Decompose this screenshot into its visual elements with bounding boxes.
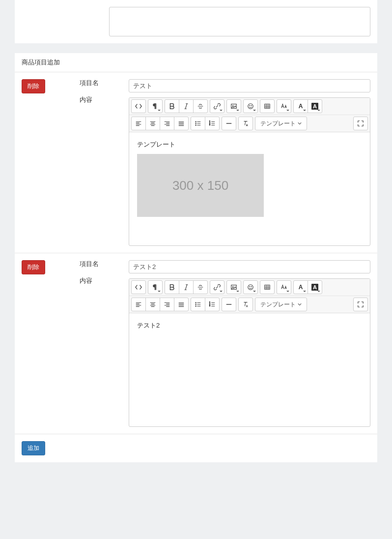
svg-point-18 xyxy=(196,302,196,303)
content-text: テスト2 xyxy=(137,321,362,330)
table-icon[interactable] xyxy=(260,280,275,294)
svg-point-13 xyxy=(232,286,233,287)
item-name-input[interactable] xyxy=(129,79,370,92)
rich-text-editor: A A 123 xyxy=(129,97,370,246)
delete-button[interactable]: 削除 xyxy=(22,260,45,274)
editor-toolbar-row-2: 123 テンプレート xyxy=(129,115,370,132)
clear-format-icon[interactable] xyxy=(238,117,253,130)
background-color-icon[interactable]: A xyxy=(308,99,322,113)
align-left-icon[interactable] xyxy=(131,298,146,311)
editor-content-area[interactable]: テスト2 xyxy=(129,313,370,426)
strikethrough-icon[interactable] xyxy=(193,280,208,294)
editor-toolbar-row-2: 123 テンプレート xyxy=(129,296,370,313)
template-dropdown-label: テンプレート xyxy=(260,120,296,128)
add-button[interactable]: 追加 xyxy=(22,441,45,455)
previous-panel-fragment xyxy=(15,0,377,43)
svg-point-7 xyxy=(196,123,196,124)
table-icon[interactable] xyxy=(260,99,275,113)
item-row: 削除 項目名 内容 xyxy=(15,72,377,253)
paragraph-icon[interactable] xyxy=(148,99,163,113)
label-item-name: 項目名 xyxy=(80,79,129,87)
align-justify-icon[interactable] xyxy=(174,298,189,311)
product-item-add-panel: 商品項目追加 削除 項目名 内容 xyxy=(15,53,377,462)
svg-point-15 xyxy=(250,286,250,287)
italic-icon[interactable] xyxy=(179,280,194,294)
placeholder-image-text: 300 x 150 xyxy=(172,178,228,193)
item-name-input[interactable] xyxy=(129,260,370,273)
svg-point-19 xyxy=(196,304,196,305)
svg-point-16 xyxy=(251,286,252,287)
editor-content-area[interactable]: テンプレート 300 x 150 xyxy=(129,132,370,245)
template-dropdown[interactable]: テンプレート xyxy=(255,298,307,311)
fullscreen-icon[interactable] xyxy=(353,298,368,311)
item-row: 削除 項目名 内容 xyxy=(15,253,377,434)
ordered-list-icon[interactable]: 123 xyxy=(205,117,220,130)
svg-point-20 xyxy=(196,306,196,307)
svg-point-6 xyxy=(196,121,196,122)
editor-toolbar-row-1: A A xyxy=(129,279,370,296)
align-right-icon[interactable] xyxy=(160,117,174,130)
svg-text:3: 3 xyxy=(209,124,210,126)
font-size-icon[interactable] xyxy=(277,280,291,294)
svg-text:3: 3 xyxy=(209,305,210,307)
align-center-icon[interactable] xyxy=(145,298,160,311)
textarea-placeholder[interactable] xyxy=(109,7,370,36)
rich-text-editor: A A 123 xyxy=(129,278,370,427)
link-icon[interactable] xyxy=(210,99,224,113)
align-center-icon[interactable] xyxy=(145,117,160,130)
image-icon[interactable] xyxy=(226,99,241,113)
unordered-list-icon[interactable] xyxy=(191,117,205,130)
section-heading: 商品項目追加 xyxy=(15,53,377,72)
svg-point-2 xyxy=(248,104,253,109)
unordered-list-icon[interactable] xyxy=(191,298,205,311)
bold-icon[interactable] xyxy=(165,280,179,294)
emoji-icon[interactable] xyxy=(243,280,258,294)
font-size-icon[interactable] xyxy=(277,99,291,113)
template-dropdown-label: テンプレート xyxy=(260,300,296,309)
svg-point-14 xyxy=(248,285,253,290)
svg-rect-17 xyxy=(265,285,270,290)
code-view-icon[interactable] xyxy=(131,280,146,294)
ordered-list-icon[interactable]: 123 xyxy=(205,298,220,311)
align-justify-icon[interactable] xyxy=(174,117,189,130)
svg-point-8 xyxy=(196,125,196,126)
svg-rect-5 xyxy=(265,104,270,109)
fullscreen-icon[interactable] xyxy=(353,117,368,130)
horizontal-rule-icon[interactable] xyxy=(222,117,236,130)
background-color-icon[interactable]: A xyxy=(308,280,322,294)
font-color-icon[interactable]: A xyxy=(293,99,308,113)
bold-icon[interactable] xyxy=(165,99,179,113)
clear-format-icon[interactable] xyxy=(238,298,253,311)
code-view-icon[interactable] xyxy=(131,99,146,113)
placeholder-image: 300 x 150 xyxy=(137,154,264,217)
link-icon[interactable] xyxy=(210,280,224,294)
svg-point-3 xyxy=(250,105,250,106)
label-content: 内容 xyxy=(80,96,129,104)
image-icon[interactable] xyxy=(226,280,241,294)
delete-button[interactable]: 削除 xyxy=(22,79,45,93)
editor-toolbar-row-1: A A xyxy=(129,98,370,115)
italic-icon[interactable] xyxy=(179,99,194,113)
font-color-icon[interactable]: A xyxy=(293,280,308,294)
emoji-icon[interactable] xyxy=(243,99,258,113)
content-heading: テンプレート xyxy=(137,140,362,149)
strikethrough-icon[interactable] xyxy=(193,99,208,113)
svg-point-1 xyxy=(232,105,233,106)
label-item-name: 項目名 xyxy=(80,260,129,268)
paragraph-icon[interactable] xyxy=(148,280,163,294)
horizontal-rule-icon[interactable] xyxy=(222,298,236,311)
template-dropdown[interactable]: テンプレート xyxy=(255,117,307,130)
align-left-icon[interactable] xyxy=(131,117,146,130)
svg-point-4 xyxy=(251,105,252,106)
label-content: 内容 xyxy=(80,277,129,285)
panel-footer: 追加 xyxy=(15,434,377,462)
align-right-icon[interactable] xyxy=(160,298,174,311)
